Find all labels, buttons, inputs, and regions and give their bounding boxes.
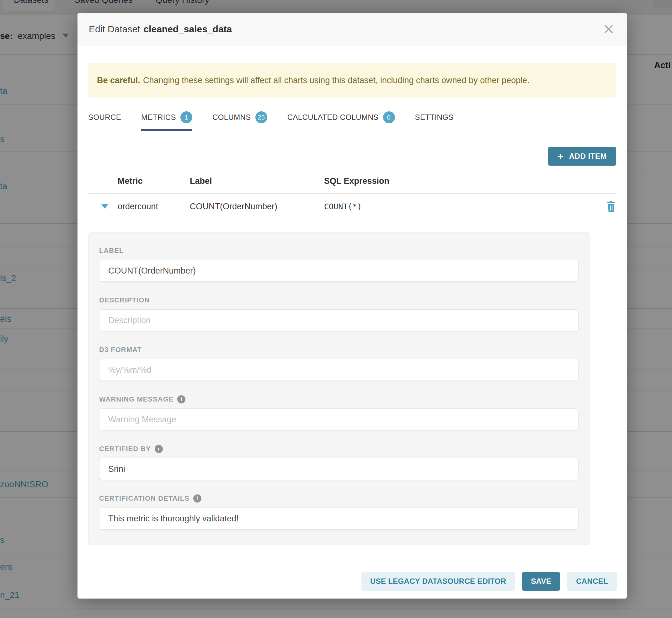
header-label: Label: [190, 176, 324, 186]
delete-metric-icon[interactable]: [606, 201, 616, 212]
modal-title-prefix: Edit Dataset: [89, 24, 140, 34]
info-icon[interactable]: i: [177, 395, 185, 403]
warning-message-field-label: WARNING MESSAGE i: [99, 395, 579, 403]
header-metric: Metric: [118, 176, 190, 186]
use-legacy-datasource-editor-button[interactable]: USE LEGACY DATASOURCE EDITOR: [361, 572, 515, 591]
metrics-count-badge: 1: [180, 111, 192, 123]
description-field-group: DESCRIPTION: [99, 296, 579, 331]
edit-dataset-modal: Edit Datasetcleaned_sales_data Be carefu…: [78, 13, 627, 599]
add-item-row: + ADD ITEM: [88, 147, 616, 166]
tab-source[interactable]: SOURCE: [88, 111, 121, 131]
modal-tab-bar: SOURCE METRICS 1 COLUMNS 25 CALCULATED C…: [88, 111, 616, 131]
warning-banner: Be careful. Changing these settings will…: [88, 63, 616, 98]
label-field-group: LABEL: [99, 246, 579, 282]
metrics-table-header: Metric Label SQL Expression: [88, 176, 616, 194]
certified-by-input[interactable]: [99, 458, 579, 480]
d3-format-field-group: D3 FORMAT: [99, 346, 579, 381]
label-field-label: LABEL: [99, 246, 579, 255]
expand-caret-icon[interactable]: [101, 204, 108, 209]
calculated-columns-count-badge: 0: [383, 111, 395, 123]
tab-label: COLUMNS: [212, 113, 251, 122]
header-sql-expression: SQL Expression: [324, 176, 594, 186]
cancel-button[interactable]: CANCEL: [567, 572, 617, 591]
warning-message-field-group: WARNING MESSAGE i: [99, 395, 579, 430]
tab-metrics[interactable]: METRICS 1: [141, 111, 192, 131]
warning-banner-text: Changing these settings will affect all …: [143, 76, 530, 85]
metric-name: ordercount: [118, 202, 190, 211]
tab-label: CALCULATED COLUMNS: [287, 113, 379, 122]
certification-details-field-group: CERTIFICATION DETAILS i: [99, 494, 579, 529]
metric-row: ordercount COUNT(OrderNumber) COUNT(*): [88, 194, 616, 219]
modal-title: Edit Datasetcleaned_sales_data: [89, 24, 232, 34]
tab-columns[interactable]: COLUMNS 25: [212, 111, 267, 131]
metric-label: COUNT(OrderNumber): [190, 202, 324, 211]
warning-banner-bold: Be careful.: [97, 76, 140, 85]
label-input[interactable]: [99, 260, 579, 282]
modal-title-dataset-name: cleaned_sales_data: [143, 24, 232, 34]
close-icon[interactable]: [602, 22, 615, 36]
certification-details-field-label: CERTIFICATION DETAILS i: [99, 494, 579, 503]
d3-format-input[interactable]: [99, 359, 579, 381]
modal-footer: USE LEGACY DATASOURCE EDITOR SAVE CANCEL: [78, 564, 627, 599]
description-field-label: DESCRIPTION: [99, 296, 579, 304]
metrics-table: Metric Label SQL Expression ordercount C…: [88, 176, 616, 219]
tab-label: SOURCE: [88, 113, 121, 122]
add-item-label: ADD ITEM: [569, 152, 607, 161]
metric-detail-panel: LABEL DESCRIPTION D3 FORMAT WARNING MESS…: [88, 232, 589, 545]
certification-details-input[interactable]: [99, 508, 579, 529]
plus-icon: +: [558, 151, 563, 161]
info-icon[interactable]: i: [155, 445, 163, 453]
d3-format-field-label: D3 FORMAT: [99, 346, 579, 354]
certified-by-field-group: CERTIFIED BY i: [99, 445, 579, 480]
modal-header: Edit Datasetcleaned_sales_data: [78, 13, 627, 45]
add-item-button[interactable]: + ADD ITEM: [548, 147, 616, 166]
metric-sql: COUNT(*): [324, 202, 594, 211]
tab-settings[interactable]: SETTINGS: [415, 111, 454, 131]
tab-label: SETTINGS: [415, 113, 454, 122]
tab-label: METRICS: [141, 113, 176, 122]
description-input[interactable]: [99, 309, 579, 331]
tab-calculated-columns[interactable]: CALCULATED COLUMNS 0: [287, 111, 395, 131]
columns-count-badge: 25: [255, 111, 267, 123]
save-button[interactable]: SAVE: [522, 572, 560, 591]
info-icon[interactable]: i: [193, 494, 201, 503]
certified-by-field-label: CERTIFIED BY i: [99, 445, 579, 453]
warning-message-input[interactable]: [99, 408, 579, 430]
